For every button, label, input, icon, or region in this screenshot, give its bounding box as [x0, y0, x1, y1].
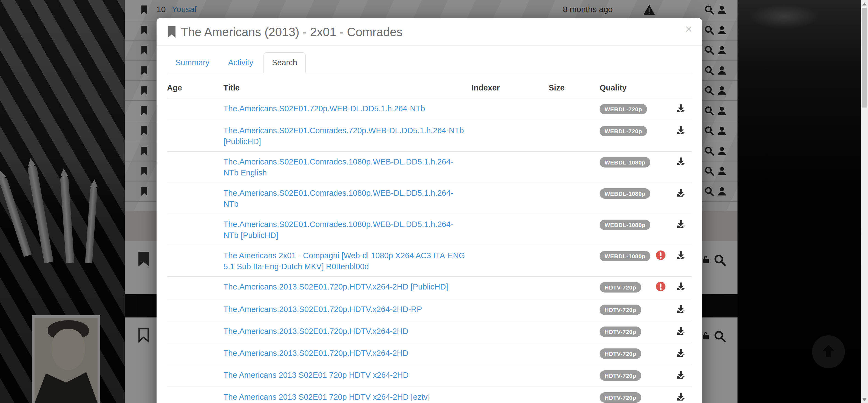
modal-title-text: The Americans (2013) - 2x01 - Comrades — [181, 25, 402, 39]
download-icon[interactable] — [676, 156, 686, 167]
download-icon[interactable] — [676, 250, 686, 261]
result-download-cell — [670, 299, 692, 321]
scrollbar-down-arrow[interactable] — [862, 398, 867, 401]
download-icon[interactable] — [676, 348, 686, 358]
result-quality-cell: WEBDL-1080p — [599, 152, 652, 183]
result-title-link[interactable]: The.Americans.S02E01.720p.WEB-DL.DD5.1.h… — [223, 104, 425, 113]
result-quality-cell: WEBDL-1080p — [599, 183, 652, 214]
result-quality-cell: HDTV-720p — [599, 365, 652, 387]
result-title-cell: The.Americans.2013.S02E01.720p.HDTV.x264… — [223, 277, 471, 299]
column-header-blank — [670, 77, 692, 98]
result-title-link[interactable]: The.Americans.S02E01.Comrades.1080p.WEB-… — [223, 189, 453, 208]
result-title-link[interactable]: The.Americans.2013.S02E01.720p.HDTV.x264… — [223, 305, 422, 314]
result-title-link[interactable]: The.Americans.2013.S02E01.720p.HDTV.x264… — [223, 349, 408, 358]
search-results-table: AgeTitleIndexerSizeQuality The.Americans… — [167, 77, 692, 403]
result-indexer — [471, 343, 549, 365]
result-indexer — [471, 120, 549, 152]
episode-search-modal: The Americans (2013) - 2x01 - Comrades ×… — [157, 18, 702, 403]
download-icon[interactable] — [676, 304, 686, 314]
result-title-cell: The.Americans.2013.S02E01.720p.HDTV.x264… — [223, 299, 471, 321]
result-quality-cell: HDTV-720p — [599, 343, 652, 365]
result-title-link[interactable]: The Americans 2013 S02E01 720p HDTV x264… — [223, 371, 408, 379]
result-age — [167, 365, 223, 387]
result-quality-cell: HDTV-720p — [599, 387, 652, 403]
quality-badge: WEBDL-1080p — [599, 251, 650, 261]
result-warning-cell — [652, 152, 670, 183]
result-indexer — [471, 321, 549, 343]
result-download-cell — [670, 245, 692, 277]
result-warning-cell — [652, 387, 670, 403]
result-row: The.Americans.S02E01.Comrades.720p.WEB-D… — [167, 120, 692, 152]
warning-circle-icon — [655, 285, 666, 293]
result-row: The.Americans.S02E01.720p.WEB-DL.DD5.1.h… — [167, 98, 692, 120]
result-download-cell — [670, 183, 692, 214]
result-size — [549, 387, 599, 403]
download-icon[interactable] — [676, 370, 686, 380]
result-warning-cell — [652, 321, 670, 343]
modal-body: SummaryActivitySearch AgeTitleIndexerSiz… — [157, 52, 702, 403]
download-icon[interactable] — [676, 103, 686, 114]
scrollbar-up-arrow[interactable] — [862, 2, 867, 5]
result-warning-cell — [652, 214, 670, 245]
result-title-link[interactable]: The Americans 2x01 - Compagni [Web-dl 10… — [223, 251, 465, 271]
result-age — [167, 321, 223, 343]
download-icon[interactable] — [676, 125, 686, 136]
result-title-link[interactable]: The.Americans.S02E01.Comrades.1080p.WEB-… — [223, 157, 453, 177]
result-age — [167, 214, 223, 245]
result-title-link[interactable]: The.Americans.S02E01.Comrades.720p.WEB-D… — [223, 126, 464, 146]
results-header-row: AgeTitleIndexerSizeQuality — [167, 77, 692, 98]
column-header-quality: Quality — [599, 77, 652, 98]
quality-badge: HDTV-720p — [599, 327, 641, 337]
quality-badge: WEBDL-1080p — [599, 220, 650, 230]
result-warning-cell — [652, 365, 670, 387]
result-download-cell — [670, 120, 692, 152]
result-download-cell — [670, 152, 692, 183]
tab-link-summary[interactable]: Summary — [167, 52, 218, 73]
scrollbar-thumb[interactable] — [862, 8, 867, 107]
scrollbar[interactable] — [861, 0, 868, 403]
result-quality-cell: HDTV-720p — [599, 299, 652, 321]
result-download-cell — [670, 387, 692, 403]
download-icon[interactable] — [676, 326, 686, 336]
tab-link-activity[interactable]: Activity — [220, 52, 262, 73]
result-title-cell: The.Americans.2013.S02E01.720p.HDTV.x264… — [223, 321, 471, 343]
result-size — [549, 245, 599, 277]
result-title-cell: The Americans 2x01 - Compagni [Web-dl 10… — [223, 245, 471, 277]
result-warning-cell — [652, 343, 670, 365]
result-quality-cell: WEBDL-1080p — [599, 214, 652, 245]
download-icon[interactable] — [676, 392, 686, 402]
result-size — [549, 343, 599, 365]
tab-activity: Activity — [220, 52, 264, 73]
result-warning-cell — [652, 98, 670, 120]
result-row: The.Americans.2013.S02E01.720p.HDTV.x264… — [167, 321, 692, 343]
result-warning-cell — [652, 277, 670, 299]
result-title-cell: The.Americans.S02E01.Comrades.1080p.WEB-… — [223, 152, 471, 183]
result-warning-cell — [652, 299, 670, 321]
result-age — [167, 120, 223, 152]
result-title-cell: The.Americans.S02E01.720p.WEB-DL.DD5.1.h… — [223, 98, 471, 120]
result-indexer — [471, 152, 549, 183]
result-row: The Americans 2x01 - Compagni [Web-dl 10… — [167, 245, 692, 277]
close-icon[interactable]: × — [685, 23, 692, 35]
result-title-link[interactable]: The Americans 2013 S02E01 720p HDTV x264… — [223, 393, 430, 401]
result-title-cell: The.Americans.S02E01.Comrades.720p.WEB-D… — [223, 120, 471, 152]
result-title-link[interactable]: The.Americans.S02E01.Comrades.1080p.WEB-… — [223, 220, 453, 240]
result-quality-cell: WEBDL-1080p — [599, 245, 652, 277]
tab-link-search[interactable]: Search — [264, 52, 306, 73]
result-download-cell — [670, 277, 692, 299]
result-size — [549, 214, 599, 245]
download-icon[interactable] — [676, 188, 686, 198]
result-size — [549, 98, 599, 120]
result-title-link[interactable]: The.Americans.2013.S02E01.720p.HDTV.x264… — [223, 327, 408, 336]
quality-badge: HDTV-720p — [599, 282, 641, 292]
result-title-link[interactable]: The.Americans.2013.S02E01.720p.HDTV.x264… — [223, 282, 448, 291]
tab-search: Search — [264, 52, 307, 73]
result-quality-cell: WEBDL-720p — [599, 98, 652, 120]
download-icon[interactable] — [676, 281, 686, 292]
column-header-age: Age — [167, 77, 223, 98]
result-row: The Americans 2013 S02E01 720p HDTV x264… — [167, 365, 692, 387]
result-warning-cell — [652, 245, 670, 277]
modal-header: The Americans (2013) - 2x01 - Comrades × — [157, 18, 702, 46]
quality-badge: HDTV-720p — [599, 392, 641, 403]
download-icon[interactable] — [676, 219, 686, 229]
